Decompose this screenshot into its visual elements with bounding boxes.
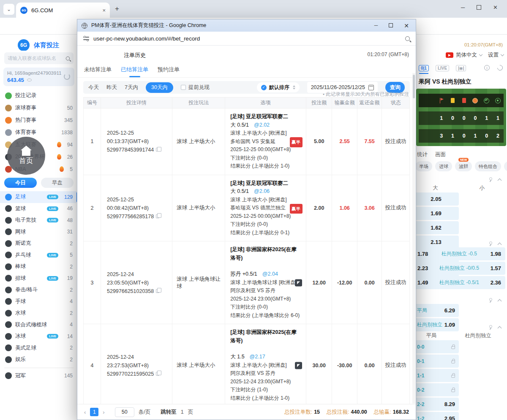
sort-select[interactable]: ✓ 默认排序 (257, 82, 300, 92)
maximize-button[interactable] (477, 5, 481, 10)
youtube-icon[interactable] (446, 52, 453, 58)
pin-icon[interactable] (488, 298, 492, 302)
popup-scrollbar[interactable] (412, 73, 415, 404)
popup-site-info-icon[interactable] (83, 36, 89, 41)
view-tab-LIVE[interactable]: LIVE (436, 65, 449, 71)
early-market-button[interactable]: 早盘 (41, 178, 74, 188)
sidebar-item-体育赛事[interactable]: 体育赛事1838 (0, 126, 78, 138)
odds-value[interactable]: @2.06 (254, 188, 270, 194)
sidebar-sport-水球[interactable]: 水球2 (0, 307, 78, 319)
range-filter-7天内[interactable]: 7天内 (125, 84, 138, 91)
correct-score-button[interactable]: 0-0 (413, 340, 459, 353)
sidebar-sport-网球[interactable]: 网球31 (0, 226, 78, 238)
pin-icon[interactable] (488, 325, 492, 329)
home-overlay-button[interactable]: 首页 (7, 137, 45, 175)
view-tab-|◉|[interactable]: |◉| (456, 65, 466, 71)
odds-button[interactable]: 1.69 (413, 207, 459, 220)
sidebar-sport-足球[interactable]: 足球LIVE129 (0, 191, 78, 203)
sidebar-sport-冠军[interactable]: 冠军145 (0, 370, 78, 382)
copy-icon[interactable] (156, 372, 159, 376)
match-subtab-统计[interactable]: 统计 (417, 151, 428, 158)
odds-button[interactable]: 2.05 (413, 192, 459, 206)
language-select[interactable]: 简体中文 (456, 51, 477, 59)
odds-value[interactable]: @2.04 (262, 271, 278, 277)
new-tab-button[interactable]: + (115, 5, 119, 13)
current-page[interactable]: 1 (90, 408, 98, 416)
cashout-checkbox[interactable]: 提前兑现 (181, 84, 210, 91)
record-tab-预约注单[interactable]: 预约注单 (158, 66, 180, 77)
per-page-input[interactable]: 50 (115, 407, 134, 417)
copy-icon[interactable] (156, 289, 159, 293)
handicap-odds-button[interactable]: 1.49杜尚别独立 -0.5/12.36 (413, 276, 505, 289)
record-tab-已结算注单[interactable]: 已结算注单 (121, 66, 148, 77)
pin-icon[interactable] (488, 177, 492, 182)
tab-search-button[interactable]: ⌄ (3, 4, 14, 15)
search-input[interactable]: 请输入联赛名或球队名 (4, 52, 74, 64)
view-tab-0|1[interactable]: 0|1 (419, 65, 429, 71)
popup-zoom-icon[interactable] (405, 36, 410, 41)
market-pill-波胆[interactable]: 波胆NEW (455, 161, 472, 171)
result-odds-button[interactable]: 平局6.29 (413, 304, 459, 317)
popup-minimize-button[interactable]: ─ (374, 22, 378, 29)
popup-url[interactable]: user-pc-new.youbaokun.com/#/bet_record (93, 35, 200, 42)
info-icon[interactable]: i (484, 65, 490, 70)
match-subtab-画面[interactable]: 画面 (435, 151, 446, 158)
sidebar-sport-排球[interactable]: 排球LIVE19 (0, 273, 78, 285)
sidebar-sport-联合式橄榄球[interactable]: 联合式橄榄球4 (0, 319, 78, 331)
collapse-icon[interactable] (498, 326, 502, 330)
correct-score-button[interactable]: 0-2 (413, 383, 459, 396)
sidebar-item-热门赛事[interactable]: 热门赛事345 (0, 114, 78, 126)
sidebar-sport-拳击/格斗[interactable]: 拳击/格斗2 (0, 284, 78, 296)
market-pill-特色组合[interactable]: 特色组合 (475, 161, 501, 171)
close-button[interactable]: ✕ (493, 4, 498, 11)
sidebar-sport-手球[interactable]: 手球4 (0, 296, 78, 308)
range-filter-30天内[interactable]: 30天内 (146, 82, 173, 93)
jump-page-input[interactable]: 1 (181, 409, 184, 415)
sidebar-sport-斯诺克[interactable]: 斯诺克2 (0, 238, 78, 249)
sidebar-sport-电子竞技[interactable]: 电子竞技LIVE48 (0, 214, 78, 226)
odds-value[interactable]: @2.17 (250, 354, 265, 360)
correct-score-button[interactable]: 2-28.29 (413, 398, 459, 411)
search-icon[interactable] (66, 56, 70, 60)
correct-score-button[interactable]: 0-1 (413, 355, 459, 368)
sidebar-sport-娱乐[interactable]: 娱乐2 (0, 354, 78, 366)
correct-score-button[interactable]: 1-22.95 (413, 412, 459, 420)
handicap-odds-button[interactable]: 1.78杜尚别独立 -0.51.98 (413, 247, 505, 260)
site-logo[interactable]: 6G (18, 39, 30, 51)
pin-icon[interactable] (488, 241, 492, 246)
collapse-icon[interactable] (498, 299, 502, 303)
popup-maximize-button[interactable] (389, 23, 393, 27)
refresh-balance-icon[interactable] (64, 73, 70, 80)
checkbox-icon[interactable] (181, 85, 186, 90)
sidebar-sport-美式足球[interactable]: 美式足球2 (0, 342, 78, 354)
tab-close-icon[interactable]: × (102, 7, 106, 14)
today-button[interactable]: 今日 (4, 178, 37, 188)
popup-close-button[interactable]: ✕ (404, 22, 409, 29)
prev-page-button[interactable]: ‹ (84, 409, 86, 415)
range-filter-今天[interactable]: 今天 (88, 84, 99, 91)
correct-score-button[interactable]: 1-1 (413, 369, 459, 382)
market-pill-半场[interactable]: 半场 (415, 161, 432, 171)
odds-button[interactable]: 1.62 (413, 221, 459, 234)
market-pill-进球[interactable]: 进球 (435, 161, 452, 171)
market-pill-时间[interactable]: 时间 (504, 161, 507, 171)
sidebar-sport-棒球[interactable]: 棒球2 (0, 261, 78, 273)
record-tab-未结算注单[interactable]: 未结算注单 (84, 66, 112, 77)
calendar-icon[interactable] (368, 85, 374, 90)
refresh-icon[interactable] (496, 64, 504, 71)
copy-icon[interactable] (156, 148, 159, 152)
copy-icon[interactable] (156, 214, 159, 218)
collapse-icon[interactable] (498, 242, 502, 247)
collapse-icon[interactable] (498, 178, 502, 182)
popup-titlebar[interactable]: PM体育-亚洲在线体育竞猜投注 - Google Chrome ─ ✕ (77, 19, 416, 32)
sidebar-sport-冰球[interactable]: 冰球LIVE14 (0, 331, 78, 342)
popup-address-bar[interactable]: user-pc-new.youbaokun.com/#/bet_record (77, 32, 416, 46)
browser-tab[interactable]: 6G 6G.COM × (16, 3, 110, 18)
sidebar-item-滚球赛事[interactable]: 滚球赛事50 (0, 102, 78, 114)
range-filter-昨天[interactable]: 昨天 (106, 84, 117, 91)
minimize-button[interactable]: ─ (461, 4, 465, 11)
next-page-button[interactable]: › (103, 409, 104, 415)
eye-icon[interactable] (27, 79, 32, 81)
handicap-odds-button[interactable]: 2.23杜尚别独立 -0/0.51.57 (413, 262, 505, 275)
settings-select[interactable]: 设置 (488, 51, 499, 59)
